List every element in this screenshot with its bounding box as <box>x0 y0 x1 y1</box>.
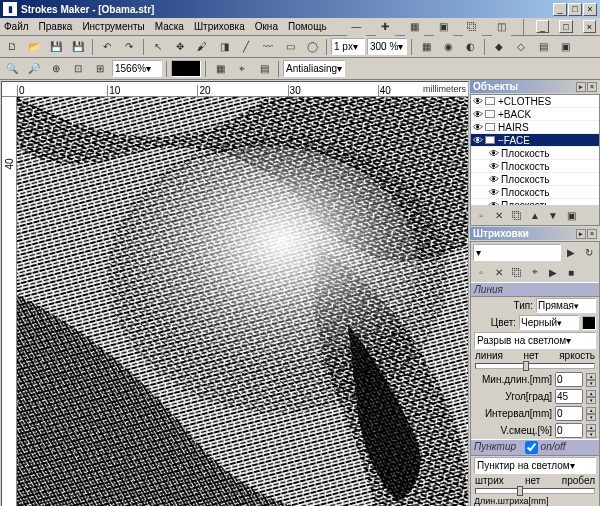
stroke-target-icon[interactable]: ⌖ <box>527 264 543 280</box>
angle-input[interactable] <box>555 389 583 404</box>
move-icon[interactable]: ✥ <box>170 38 190 56</box>
arrow-icon[interactable]: ↖ <box>148 38 168 56</box>
apply-icon[interactable]: ▶ <box>563 244 579 260</box>
render-icon[interactable]: ◆ <box>489 38 509 56</box>
brush-icon[interactable]: 🖌 <box>192 38 212 56</box>
menu-tools[interactable]: Инструменты <box>82 21 144 32</box>
save-icon[interactable]: 💾 <box>46 38 66 56</box>
zoom-combo[interactable]: 1566%▾ <box>112 60 162 77</box>
saveas-icon[interactable]: 💾 <box>68 38 88 56</box>
layer-row[interactable]: 👁Плоскость <box>471 186 599 199</box>
panel-menu-icon[interactable]: ▸ <box>576 229 586 239</box>
layer-row[interactable]: 👁+ CLOTHES <box>471 95 599 108</box>
menu-file[interactable]: Файл <box>4 21 29 32</box>
close-button[interactable]: × <box>583 3 597 16</box>
eraser-icon[interactable]: ◨ <box>214 38 234 56</box>
grid-icon[interactable]: ▦ <box>210 60 230 78</box>
zoom-fit-icon[interactable]: ⊡ <box>68 60 88 78</box>
join-icon[interactable]: ✚ <box>376 18 395 36</box>
child-maximize-button[interactable]: □ <box>559 20 572 33</box>
line-icon[interactable]: ╱ <box>236 38 256 56</box>
layer-row[interactable]: 👁Плоскость <box>471 160 599 173</box>
ellipse-icon[interactable]: ◯ <box>302 38 322 56</box>
preview-icon[interactable]: ◇ <box>511 38 531 56</box>
titlebar: ▮ Strokes Maker - [Obama.str] _ □ × <box>0 0 600 18</box>
group-icon[interactable]: ▣ <box>434 18 453 36</box>
guides-icon[interactable]: ▤ <box>254 60 274 78</box>
page-icon[interactable]: ▤ <box>533 38 553 56</box>
child-close-button[interactable]: × <box>583 20 596 33</box>
overlay-icon[interactable]: ◫ <box>492 18 511 36</box>
break-slider[interactable] <box>475 363 595 369</box>
child-minimize-button[interactable]: _ <box>536 20 549 33</box>
mask-rect-icon[interactable]: ▦ <box>416 38 436 56</box>
zoom-sel-icon[interactable]: ⊞ <box>90 60 110 78</box>
menu-windows[interactable]: Окна <box>255 21 278 32</box>
dash-mode-combo[interactable]: Пунктир на светлом▾ <box>474 457 596 474</box>
layer-dup-icon[interactable]: ⿻ <box>509 207 525 223</box>
objects-panel-header[interactable]: Объекты ▸× <box>470 80 600 93</box>
stroke-run-icon[interactable]: ▶ <box>545 264 561 280</box>
strokes-panel-header[interactable]: Штриховки ▸× <box>470 227 600 240</box>
layer-row[interactable]: 👁HAIRS <box>471 121 599 134</box>
stroke-copy-icon[interactable]: ⿻ <box>509 264 525 280</box>
layer-list[interactable]: 👁+ CLOTHES 👁+ BACK 👁HAIRS 👁− FACE 👁Плоск… <box>471 95 599 205</box>
dashes-toggle[interactable] <box>525 441 538 454</box>
zoom-100-icon[interactable]: ⊕ <box>46 60 66 78</box>
rect-icon[interactable]: ▭ <box>280 38 300 56</box>
type-combo[interactable]: Прямая▾ <box>536 298 596 313</box>
open-icon[interactable]: 📂 <box>24 38 44 56</box>
mask-circle-icon[interactable]: ◉ <box>438 38 458 56</box>
canvas-area[interactable]: 010203040 millimeters 40 <box>1 81 469 506</box>
panel-menu-icon[interactable]: ▸ <box>576 82 586 92</box>
new-icon[interactable]: 🗋 <box>2 38 22 56</box>
layer-group-icon[interactable]: ▣ <box>563 207 579 223</box>
layer-row[interactable]: 👁+ BACK <box>471 108 599 121</box>
canvas-image[interactable] <box>17 97 468 506</box>
antialias-combo[interactable]: Antialiasing▾ <box>283 60 345 77</box>
dash-slider[interactable] <box>475 488 595 494</box>
panel-close-icon[interactable]: × <box>587 229 597 239</box>
stroke-preset-combo[interactable]: ▾ <box>473 244 561 261</box>
minimize-button[interactable]: _ <box>553 3 567 16</box>
voff-input[interactable] <box>555 423 583 438</box>
stroke-stop-icon[interactable]: ■ <box>563 264 579 280</box>
copy-icon[interactable]: ⿻ <box>463 18 482 36</box>
refresh-icon[interactable]: ↻ <box>581 244 597 260</box>
ruler-horizontal: 010203040 <box>2 82 468 97</box>
caps-icon[interactable]: — <box>347 18 366 36</box>
zoom-out-icon[interactable]: 🔎 <box>24 60 44 78</box>
redo-icon[interactable]: ↷ <box>119 38 139 56</box>
dash-icon[interactable]: ▦ <box>405 18 424 36</box>
stroke-preview[interactable]: ▾ <box>171 60 201 77</box>
stroke-width-combo[interactable]: 1 px▾ <box>331 38 365 55</box>
curve-icon[interactable]: 〰 <box>258 38 278 56</box>
minlen-input[interactable] <box>555 372 583 387</box>
layer-row[interactable]: 👁Плоскость <box>471 173 599 186</box>
layer-del-icon[interactable]: ✕ <box>491 207 507 223</box>
layer-row[interactable]: 👁Плоскость <box>471 147 599 160</box>
layer-row-selected[interactable]: 👁− FACE <box>471 134 599 147</box>
color-swatch[interactable] <box>582 316 596 330</box>
percent-combo[interactable]: 300 %▾ <box>367 38 407 55</box>
toolbar-2: 🔍 🔎 ⊕ ⊡ ⊞ 1566%▾ ▾ ▦ ⌖ ▤ Antialiasing▾ <box>0 58 600 80</box>
panel-close-icon[interactable]: × <box>587 82 597 92</box>
layer-up-icon[interactable]: ▲ <box>527 207 543 223</box>
layer-down-icon[interactable]: ▼ <box>545 207 561 223</box>
stroke-new-icon[interactable]: ▫ <box>473 264 489 280</box>
snap-icon[interactable]: ⌖ <box>232 60 252 78</box>
menu-hatch[interactable]: Штриховка <box>194 21 245 32</box>
break-combo[interactable]: Разрыв на светлом▾ <box>474 332 596 349</box>
menu-mask[interactable]: Маска <box>155 21 184 32</box>
stroke-del-icon[interactable]: ✕ <box>491 264 507 280</box>
menu-edit[interactable]: Правка <box>39 21 73 32</box>
interval-input[interactable] <box>555 406 583 421</box>
undo-icon[interactable]: ↶ <box>97 38 117 56</box>
menu-help[interactable]: Помощь <box>288 21 327 32</box>
color-combo[interactable]: Черный▾ <box>519 315 579 330</box>
overlay2-icon[interactable]: ▣ <box>555 38 575 56</box>
zoom-in-icon[interactable]: 🔍 <box>2 60 22 78</box>
mask-invert-icon[interactable]: ◐ <box>460 38 480 56</box>
layer-new-icon[interactable]: ▫ <box>473 207 489 223</box>
maximize-button[interactable]: □ <box>568 3 582 16</box>
